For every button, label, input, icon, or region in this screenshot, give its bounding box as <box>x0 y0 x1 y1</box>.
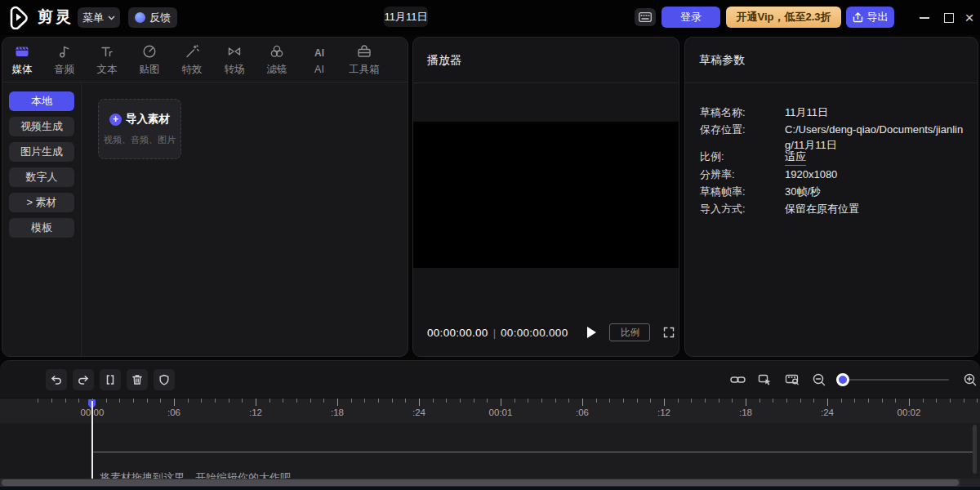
shortcut-keyboard-button[interactable] <box>635 8 656 26</box>
param-row-resolution: 分辨率: 1920x1080 <box>700 167 966 182</box>
shield-icon <box>158 373 171 386</box>
param-import-mode-value: 保留在原有位置 <box>785 201 859 216</box>
sidebar-item-digital-human[interactable]: 数字人 <box>9 167 74 187</box>
linkage-button[interactable] <box>757 372 773 388</box>
tab-filters[interactable]: 滤镜 <box>259 43 295 77</box>
import-media-button[interactable]: + 导入素材 <box>109 112 170 127</box>
tab-ai[interactable]: AI AI <box>301 44 337 75</box>
preview-axis-icon <box>785 373 800 386</box>
ruler-label: :24 <box>821 408 834 417</box>
timeline-zoom-slider-track[interactable] <box>836 379 949 381</box>
timeline-tracks[interactable]: 将素材拖拽到这里，开始编辑你的大作吧 <box>0 423 980 479</box>
param-import-mode-label: 导入方式: <box>700 201 785 216</box>
ruler-label: :24 <box>412 408 425 417</box>
sidebar-item-image-gen[interactable]: 图片生成 <box>9 142 74 162</box>
scrollbar-corner <box>960 479 980 487</box>
param-row-name: 草稿名称: 11月11日 <box>700 105 966 120</box>
top-bar: 剪灵 菜单 反馈 11月11日 登录 开通Vip，低至2.3折 导出 × <box>0 0 980 35</box>
param-ratio-label: 比例: <box>700 149 785 166</box>
draft-params-panel: 草稿参数 草稿名称: 11月11日 保存位置: C:/Users/deng-qi… <box>684 37 978 357</box>
import-media-hint: 视频、音频、图片 <box>104 134 176 146</box>
transition-icon <box>226 43 243 60</box>
ruler-label: 00:01 <box>489 408 513 417</box>
tab-media-label: 媒体 <box>12 63 33 77</box>
timeline-panel: 00:00 :06 :12 :18 :24 00:01 :06 :12 :18 … <box>0 360 980 490</box>
import-media-dropzone[interactable]: + 导入素材 视频、音频、图片 <box>98 99 181 159</box>
total-duration: 00:00:00.000 <box>501 327 568 339</box>
player-header: 播放器 <box>413 38 679 83</box>
feedback-button[interactable]: 反馈 <box>128 7 177 28</box>
draft-params-header: 草稿参数 <box>685 38 978 83</box>
tab-audio[interactable]: 音频 <box>47 43 82 77</box>
video-preview <box>413 122 679 268</box>
svg-text:AI: AI <box>314 47 324 59</box>
play-button[interactable] <box>587 327 596 338</box>
sidebar-item-video-gen[interactable]: 视频生成 <box>9 117 74 136</box>
toolbox-icon <box>356 43 372 60</box>
sidebar-item-assets[interactable]: > 素材 <box>9 193 74 212</box>
ruler-label: :18 <box>331 408 344 417</box>
login-label: 登录 <box>680 10 702 24</box>
delete-button[interactable] <box>127 369 148 390</box>
horizontal-scrollbar[interactable] <box>0 479 980 487</box>
tab-media[interactable]: 媒体 <box>4 43 40 77</box>
media-sidebar: 本地 视频生成 图片生成 数字人 > 素材 模板 <box>2 82 82 356</box>
mask-button[interactable] <box>154 369 175 390</box>
param-ratio-value[interactable]: 适应 <box>785 149 806 166</box>
player-panel: 播放器 00:00:00.00 | 00:00:00.000 比例 <box>412 37 679 357</box>
tab-audio-label: 音频 <box>55 63 75 77</box>
ratio-button[interactable]: 比例 <box>609 323 650 341</box>
sidebar-item-local[interactable]: 本地 <box>9 91 74 111</box>
timeline-zoom-slider-thumb[interactable] <box>836 373 849 386</box>
ruler-label: 00:02 <box>898 408 921 417</box>
tab-transitions-label: 转场 <box>225 63 245 77</box>
document-title: 11月11日 <box>384 7 428 27</box>
zoom-out-button[interactable] <box>811 372 827 388</box>
draft-params-title: 草稿参数 <box>699 53 745 68</box>
import-media-label: 导入素材 <box>126 112 170 127</box>
tab-text[interactable]: 文本 <box>89 43 125 77</box>
app-logo: 剪灵 <box>7 5 74 29</box>
vip-button[interactable]: 开通Vip，低至2.3折 <box>726 7 841 28</box>
param-name-value: 11月11日 <box>785 105 828 120</box>
auto-snap-button[interactable] <box>729 372 746 388</box>
music-note-icon <box>56 43 73 60</box>
ruler-label: :12 <box>249 408 262 417</box>
magic-wand-icon <box>184 43 200 60</box>
ruler-label: :06 <box>576 408 589 417</box>
preview-axis-button[interactable] <box>784 372 800 388</box>
tab-sticker[interactable]: 贴图 <box>131 43 167 77</box>
app-name: 剪灵 <box>38 7 74 28</box>
ruler-label: :18 <box>739 408 752 417</box>
login-button[interactable]: 登录 <box>662 7 720 28</box>
param-framerate-label: 草稿帧率: <box>700 184 785 199</box>
fullscreen-button[interactable] <box>662 326 675 339</box>
sidebar-item-templates[interactable]: 模板 <box>9 218 74 238</box>
playhead-line[interactable] <box>91 401 93 479</box>
timeline-ruler[interactable]: 00:00 :06 :12 :18 :24 00:01 :06 :12 :18 … <box>0 398 980 424</box>
tab-transitions[interactable]: 转场 <box>216 43 252 77</box>
chevron-down-icon <box>108 16 115 20</box>
tab-toolbox[interactable]: 工具箱 <box>344 43 385 77</box>
document-title-text: 11月11日 <box>385 10 428 24</box>
export-label: 导出 <box>867 10 889 24</box>
tab-filters-label: 滤镜 <box>267 63 287 77</box>
vertical-scrollbar[interactable] <box>973 425 977 474</box>
redo-button[interactable] <box>73 369 94 390</box>
tab-effects[interactable]: 特效 <box>174 43 210 77</box>
zoom-in-button[interactable] <box>962 372 978 388</box>
player-controls: 00:00:00.00 | 00:00:00.000 比例 <box>413 323 679 342</box>
snap-link-icon <box>730 374 746 385</box>
media-panel: 媒体 音频 文本 贴图 特效 <box>2 37 408 357</box>
keyboard-icon <box>639 12 652 22</box>
param-resolution-label: 分辨率: <box>700 167 785 182</box>
horizontal-scrollbar-thumb[interactable] <box>2 479 959 486</box>
feedback-label: 反馈 <box>149 11 171 25</box>
split-button[interactable] <box>100 369 121 390</box>
undo-button[interactable] <box>46 369 67 390</box>
current-time: 00:00:00.00 <box>427 327 488 339</box>
close-button[interactable]: × <box>957 0 980 35</box>
menu-button[interactable]: 菜单 <box>78 7 120 28</box>
export-button[interactable]: 导出 <box>846 7 894 28</box>
minimize-button[interactable] <box>912 0 937 35</box>
